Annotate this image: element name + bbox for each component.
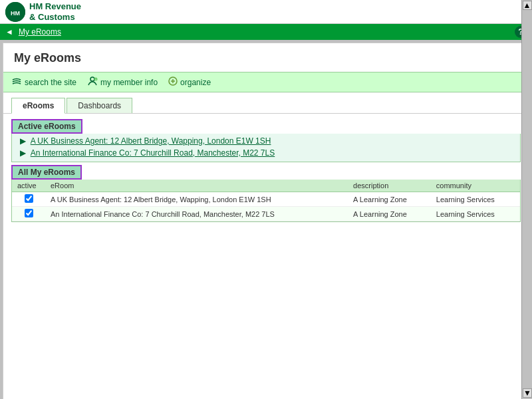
col-community: community: [431, 180, 520, 192]
table-row: A UK Business Agent: 12 Albert Bridge, W…: [12, 192, 520, 207]
eroom-arrow-2: ▶: [20, 148, 26, 158]
active-eroom-row-2: ▶ An International Finance Co: 7 Churchi…: [12, 147, 520, 159]
svg-text:HM: HM: [11, 10, 20, 17]
all-erooms-section: All My eRooms active eRoom description c…: [11, 165, 521, 222]
scrollbar[interactable]: ▲ ▼: [521, 0, 532, 399]
logo-line2: & Customs: [29, 12, 81, 23]
col-eroom: eRoom: [45, 180, 348, 192]
table-row: An International Finance Co: 7 Churchill…: [12, 207, 520, 221]
page-title: My eRooms: [3, 43, 529, 72]
eroom-arrow-1: ▶: [20, 136, 26, 146]
svg-text:i: i: [95, 78, 96, 81]
logo-text: HM Revenue & Customs: [29, 1, 81, 22]
nav-back-arrow[interactable]: ◄: [5, 27, 13, 37]
member-info-icon: i: [87, 76, 98, 88]
organize-link[interactable]: organize: [168, 76, 211, 88]
active-eroom-link-2[interactable]: An International Finance Co: 7 Churchill…: [31, 148, 275, 158]
main-content: My eRooms search the site: [3, 43, 529, 399]
action-bar: search the site i my member info: [3, 72, 529, 92]
active-erooms-list: ▶ A UK Business Agent: 12 Albert Bridge,…: [11, 134, 521, 162]
col-active: active: [12, 180, 45, 192]
my-member-info-label: my member info: [100, 78, 158, 87]
active-eroom-link-1[interactable]: A UK Business Agent: 12 Albert Bridge, W…: [31, 136, 271, 146]
header: HM HM Revenue & Customs: [0, 0, 532, 24]
my-member-info-link[interactable]: i my member info: [87, 76, 158, 88]
svg-point-2: [90, 77, 94, 81]
nav-bar: ◄ My eRooms ?: [0, 24, 532, 40]
active-eroom-row-1: ▶ A UK Business Agent: 12 Albert Bridge,…: [12, 135, 520, 147]
checkbox-1[interactable]: [25, 209, 33, 217]
cell-active-1: [12, 207, 45, 221]
checkbox-0[interactable]: [25, 194, 33, 203]
search-site-link[interactable]: search the site: [11, 77, 76, 88]
col-description: description: [348, 180, 431, 192]
cell-eroom-1: An International Finance Co: 7 Churchill…: [45, 207, 348, 221]
active-erooms-section: Active eRooms ▶ A UK Business Agent: 12 …: [11, 119, 521, 162]
nav-title[interactable]: My eRooms: [19, 27, 61, 37]
organize-icon: [168, 76, 178, 88]
search-site-label: search the site: [25, 78, 76, 87]
organize-label: organize: [180, 78, 211, 87]
logo-line1: HM Revenue: [29, 1, 81, 12]
all-erooms-header: All My eRooms: [11, 165, 82, 180]
cell-community-1: Learning Services: [431, 207, 520, 221]
cell-description-0: A Learning Zone: [348, 192, 431, 207]
tabs-row: eRooms Dashboards: [3, 98, 529, 114]
cell-community-0: Learning Services: [431, 192, 520, 207]
logo-icon: HM: [5, 2, 25, 22]
scroll-down-button[interactable]: ▼: [523, 388, 532, 398]
all-erooms-table-wrapper: active eRoom description community A UK …: [11, 180, 521, 222]
logo-area: HM HM Revenue & Customs: [5, 1, 81, 22]
content-area: Active eRooms ▶ A UK Business Agent: 12 …: [3, 114, 529, 227]
search-site-icon: [11, 77, 22, 88]
table-header-row: active eRoom description community: [12, 180, 520, 192]
all-erooms-table: active eRoom description community A UK …: [12, 180, 520, 221]
active-erooms-header: Active eRooms: [11, 119, 82, 134]
scroll-up-button[interactable]: ▲: [523, 1, 532, 10]
cell-active-0: [12, 192, 45, 207]
tab-dashboards[interactable]: Dashboards: [66, 98, 132, 113]
tab-erooms[interactable]: eRooms: [11, 98, 65, 114]
cell-eroom-0: A UK Business Agent: 12 Albert Bridge, W…: [45, 192, 348, 207]
cell-description-1: A Learning Zone: [348, 207, 431, 221]
